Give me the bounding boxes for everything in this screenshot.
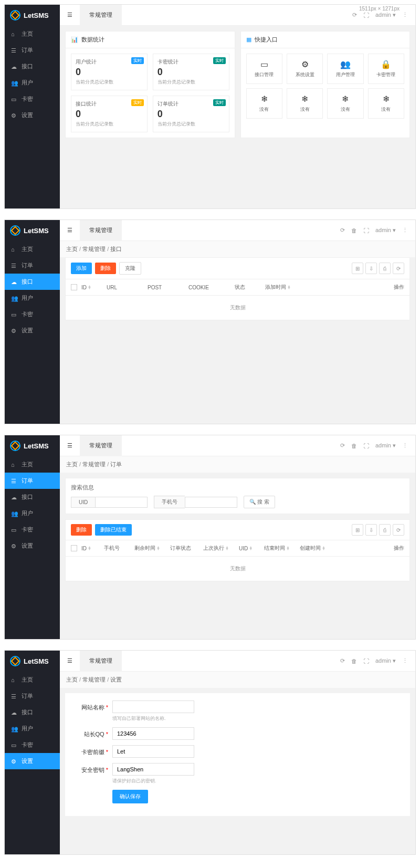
admin-dropdown[interactable]: admin ▾ [375, 227, 396, 234]
menu-toggle[interactable]: ☰ [60, 435, 80, 456]
nav-home[interactable]: ⌂主页 [5, 241, 60, 257]
more-icon[interactable]: ⋮ [402, 12, 408, 18]
nav-setting[interactable]: ⚙设置 [5, 753, 60, 769]
admin-dropdown[interactable]: admin ▾ [375, 657, 396, 664]
logo-text: LetSMS [24, 12, 49, 19]
fullscreen-icon[interactable]: ⛶ [363, 12, 369, 18]
more-icon[interactable]: ⋮ [402, 442, 408, 449]
select-all-checkbox[interactable] [71, 284, 77, 290]
quick-link[interactable]: ❄没有 [287, 88, 323, 119]
active-tab[interactable]: 常规管理 [80, 5, 122, 26]
trash-icon[interactable]: 🗑 [351, 227, 357, 234]
active-tab[interactable]: 常规管理 [80, 220, 122, 241]
nav-api[interactable]: ☁接口 [5, 58, 60, 75]
trash-icon[interactable]: 🗑 [351, 443, 357, 449]
nav-api[interactable]: ☁接口 [5, 274, 60, 290]
clone-button[interactable]: 克隆 [119, 262, 141, 275]
save-button[interactable]: 确认保存 [112, 790, 148, 803]
filter-icon[interactable]: ⊞ [352, 263, 363, 274]
menu-toggle[interactable]: ☰ [60, 5, 80, 26]
nav-card[interactable]: ▭卡密 [5, 521, 60, 538]
quick-link[interactable]: 🔒卡密管理 [368, 54, 404, 84]
export-icon[interactable]: ⇩ [365, 524, 377, 536]
fullscreen-icon[interactable]: ⛶ [363, 227, 369, 234]
sort-icon[interactable]: ▲▼ [286, 546, 290, 550]
trash-icon[interactable]: 🗑 [351, 658, 357, 664]
logo[interactable]: LetSMS [5, 5, 60, 26]
nav-setting[interactable]: ⚙设置 [5, 322, 60, 339]
more-icon[interactable]: ⋮ [402, 657, 408, 664]
uid-input[interactable] [95, 497, 148, 508]
nav-order[interactable]: ☰订单 [5, 42, 60, 58]
secret-input[interactable] [112, 763, 194, 776]
quick-link[interactable]: ▭接口管理 [246, 54, 282, 84]
list-icon: ☰ [11, 263, 17, 269]
active-tab[interactable]: 常规管理 [80, 435, 122, 456]
nav-card[interactable]: ▭卡密 [5, 737, 60, 753]
logo[interactable]: LetSMS [5, 651, 60, 672]
reload-icon[interactable]: ⟳ [393, 263, 404, 274]
phone-input[interactable] [185, 497, 237, 508]
delete-button[interactable]: 删除 [95, 263, 116, 274]
select-all-checkbox[interactable] [71, 545, 77, 551]
quick-link[interactable]: ❄没有 [327, 88, 363, 119]
delete-ended-button[interactable]: 删除已结束 [95, 524, 132, 536]
active-tab[interactable]: 常规管理 [80, 651, 122, 672]
refresh-icon[interactable]: ⟳ [352, 12, 357, 18]
fullscreen-icon[interactable]: ⛶ [363, 658, 369, 664]
prefix-input[interactable] [112, 745, 194, 758]
nav-home[interactable]: ⌂主页 [5, 456, 60, 473]
logo[interactable]: LetSMS [5, 435, 60, 456]
sort-icon[interactable]: ▲▼ [88, 546, 91, 550]
nav-home[interactable]: ⌂主页 [5, 26, 60, 42]
sort-icon[interactable]: ▲▼ [322, 546, 326, 550]
admin-dropdown[interactable]: admin ▾ [375, 442, 396, 449]
sort-icon[interactable]: ▲▼ [225, 546, 229, 550]
print-icon[interactable]: ⎙ [379, 524, 391, 536]
search-button[interactable]: 🔍 搜 索 [244, 496, 275, 508]
nav-user[interactable]: 👥用户 [5, 290, 60, 306]
nav-api[interactable]: ☁接口 [5, 489, 60, 505]
print-icon[interactable]: ⎙ [379, 263, 391, 274]
sidebar: LetSMS ⌂主页 ☰订单 ☁接口 👥用户 ▭卡密 ⚙设置 [5, 220, 60, 424]
nav-card[interactable]: ▭卡密 [5, 91, 60, 107]
delete-button[interactable]: 删除 [71, 524, 92, 536]
fullscreen-icon[interactable]: ⛶ [363, 443, 369, 449]
nav-home[interactable]: ⌂主页 [5, 672, 60, 688]
admin-dropdown[interactable]: admin ▾ [375, 12, 396, 18]
nav-order[interactable]: ☰订单 [5, 257, 60, 274]
sitename-input[interactable] [112, 700, 194, 713]
nav-user[interactable]: 👥用户 [5, 505, 60, 521]
quick-link[interactable]: ❄没有 [368, 88, 404, 119]
reload-icon[interactable]: ⟳ [393, 524, 404, 536]
export-icon[interactable]: ⇩ [365, 263, 377, 274]
nav-card[interactable]: ▭卡密 [5, 306, 60, 322]
sort-icon[interactable]: ▲▼ [249, 546, 253, 550]
qq-input[interactable] [112, 727, 194, 740]
quick-link[interactable]: 👥用户管理 [327, 54, 363, 84]
filter-icon[interactable]: ⊞ [352, 524, 363, 536]
logo[interactable]: LetSMS [5, 220, 60, 241]
refresh-icon[interactable]: ⟳ [340, 657, 345, 664]
more-icon[interactable]: ⋮ [402, 227, 408, 234]
sort-icon[interactable]: ▲▼ [88, 285, 91, 289]
nav-setting[interactable]: ⚙设置 [5, 538, 60, 554]
refresh-icon[interactable]: ⟳ [340, 442, 345, 449]
nav-setting[interactable]: ⚙设置 [5, 107, 60, 123]
list-icon: ☰ [11, 478, 17, 484]
quick-icon: ⚙ [289, 59, 320, 69]
nav-order[interactable]: ☰订单 [5, 688, 60, 704]
nav-order[interactable]: ☰订单 [5, 473, 60, 489]
nav-user[interactable]: 👥用户 [5, 720, 60, 737]
quick-link[interactable]: ❄没有 [246, 88, 282, 119]
stat-box: 卡密统计0当前分类总记录数实时 [153, 54, 229, 90]
refresh-icon[interactable]: ⟳ [340, 227, 345, 234]
menu-toggle[interactable]: ☰ [60, 651, 80, 672]
add-button[interactable]: 添加 [71, 263, 92, 274]
sort-icon[interactable]: ▲▼ [287, 285, 291, 289]
nav-api[interactable]: ☁接口 [5, 704, 60, 720]
menu-toggle[interactable]: ☰ [60, 220, 80, 241]
quick-link[interactable]: ⚙系统设置 [287, 54, 323, 84]
nav-user[interactable]: 👥用户 [5, 75, 60, 91]
sort-icon[interactable]: ▲▼ [156, 546, 160, 550]
